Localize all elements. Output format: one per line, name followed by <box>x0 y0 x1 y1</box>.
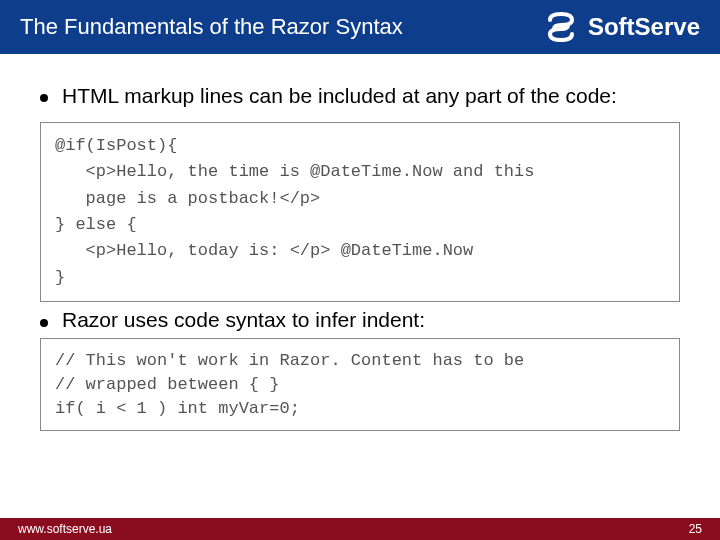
slide-footer: www.softserve.ua 25 <box>0 518 720 540</box>
brand-name: SoftServe <box>588 13 700 41</box>
bullet-text: Razor uses code syntax to infer indent: <box>62 308 425 332</box>
code-block-2: // This won't work in Razor. Content has… <box>40 338 680 431</box>
slide-content: HTML markup lines can be included at any… <box>0 54 720 431</box>
footer-url: www.softserve.ua <box>18 522 112 536</box>
bullet-text: HTML markup lines can be included at any… <box>62 84 617 108</box>
bullet-icon <box>40 319 48 327</box>
brand-logo-icon <box>544 10 578 44</box>
code-block-1: @if(IsPost){ <p>Hello, the time is @Date… <box>40 122 680 302</box>
bullet-item: Razor uses code syntax to infer indent: <box>40 308 425 332</box>
slide-title: The Fundamentals of the Razor Syntax <box>20 14 403 40</box>
bullet-icon <box>40 94 48 102</box>
slide-header: The Fundamentals of the Razor Syntax Sof… <box>0 0 720 54</box>
brand: SoftServe <box>544 10 700 44</box>
bullet-item: HTML markup lines can be included at any… <box>40 84 680 108</box>
page-number: 25 <box>689 522 702 536</box>
